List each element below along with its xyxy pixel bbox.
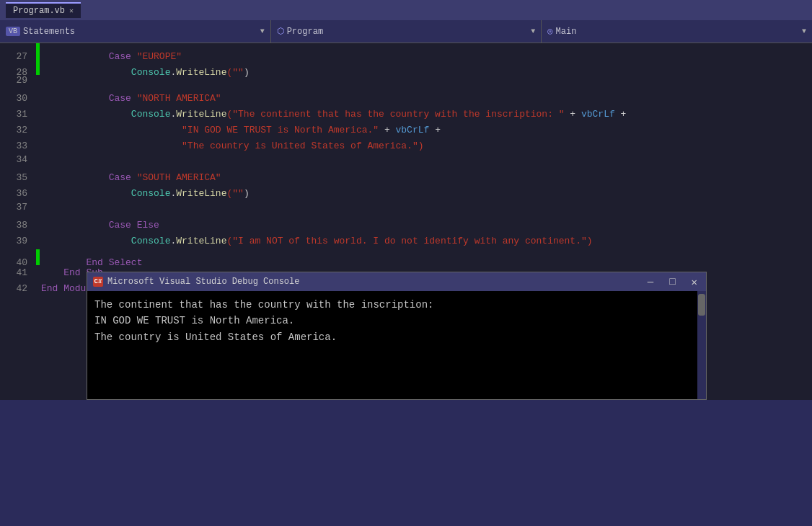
file-tab[interactable]: Program.vb ✕ — [6, 2, 81, 18]
tab-close-icon[interactable]: ✕ — [69, 6, 74, 15]
code-content: Console.WriteLine("The continent that ha… — [41, 107, 626, 122]
console-minimize-btn[interactable]: — — [645, 276, 656, 287]
console-scrollbar[interactable] — [697, 291, 706, 399]
green-indicator — [36, 59, 40, 75]
line-number: 33 — [0, 141, 36, 151]
line-number: 42 — [0, 283, 36, 294]
code-editor[interactable]: 27 Case "EUROPE"28 Console.WriteLine("")… — [0, 43, 812, 400]
console-restore-btn[interactable]: □ — [666, 276, 678, 287]
code-line: 29 — [0, 75, 812, 91]
console-app-icon: C# — [93, 277, 103, 287]
code-lines: 27 Case "EUROPE"28 Console.WriteLine("")… — [0, 43, 812, 297]
console-line2: IN GOD WE TRUST is North America. — [94, 313, 433, 329]
program-icon: ⬡ — [277, 26, 284, 37]
main-icon: ◎ — [547, 26, 552, 37]
console-close-btn[interactable]: ✕ — [689, 276, 700, 288]
main-label: Main — [556, 27, 796, 37]
code-line: 33 "The country is United States of Amer… — [0, 138, 812, 154]
console-scroll-thumb[interactable] — [698, 294, 705, 316]
code-content: Console.WriteLine("") — [41, 186, 250, 202]
line-number: 39 — [0, 236, 36, 246]
statements-label: Statements — [23, 27, 255, 37]
code-line: 35 Case "SOUTH AMERICA" — [0, 170, 812, 186]
code-line: 34 — [0, 154, 812, 170]
code-content: "The country is United States of America… — [41, 138, 424, 154]
line-number: 35 — [0, 172, 36, 183]
code-content: Console.WriteLine("I am NOT of this worl… — [41, 233, 593, 249]
line-number: 41 — [0, 267, 36, 278]
console-line1: The continent that has the country with … — [94, 297, 433, 313]
green-indicator — [36, 249, 40, 265]
code-line: 27 Case "EUROPE" — [0, 43, 812, 59]
line-number: 37 — [0, 202, 36, 213]
green-indicator — [36, 43, 40, 59]
code-line: 31 Console.WriteLine("The continent that… — [0, 107, 812, 122]
code-content: Case "NORTH AMERICA" — [41, 91, 221, 107]
program-dropdown-icon[interactable]: ▼ — [531, 27, 535, 35]
title-bar: Program.vb ✕ — [0, 0, 812, 20]
tab-label: Program.vb — [13, 6, 65, 16]
console-output: The continent that has the country with … — [87, 291, 441, 399]
main-section[interactable]: ◎ Main ▼ — [542, 20, 812, 43]
console-line3: The country is United States of America. — [94, 329, 433, 345]
line-number: 34 — [0, 154, 36, 165]
line-number: 36 — [0, 188, 36, 199]
toolbar: VB Statements ▼ ⬡ Program ▼ ◎ Main ▼ — [0, 20, 812, 43]
statements-dropdown-icon[interactable]: ▼ — [260, 27, 265, 35]
statements-section[interactable]: VB Statements ▼ — [0, 20, 271, 43]
program-label: Program — [287, 27, 526, 37]
console-title-bar: C# Microsoft Visual Studio Debug Console… — [87, 272, 706, 291]
program-section[interactable]: ⬡ Program ▼ — [271, 20, 542, 43]
code-line: 39 Console.WriteLine("I am NOT of this w… — [0, 233, 812, 249]
line-number: 29 — [0, 75, 36, 86]
code-line: 40 End Select — [0, 249, 812, 265]
code-line: 28 Console.WriteLine("") — [0, 59, 812, 75]
code-line: 37 — [0, 202, 812, 218]
code-line: 32 "IN GOD WE TRUST is North America." +… — [0, 122, 812, 138]
line-number: 38 — [0, 220, 36, 231]
line-number: 32 — [0, 125, 36, 135]
line-number: 31 — [0, 109, 36, 120]
code-line: 36 Console.WriteLine("") — [0, 186, 812, 202]
code-content: Case "SOUTH AMERICA" — [41, 170, 221, 186]
console-title-text: Microsoft Visual Studio Debug Console — [107, 277, 635, 287]
code-line: 30 Case "NORTH AMERICA" — [0, 91, 812, 107]
main-dropdown-icon[interactable]: ▼ — [802, 27, 806, 35]
code-line: 38 Case Else — [0, 218, 812, 233]
vb-badge: VB — [6, 27, 20, 36]
code-content: "IN GOD WE TRUST is North America." + vb… — [41, 122, 441, 138]
debug-console: C# Microsoft Visual Studio Debug Console… — [87, 272, 707, 400]
code-content: Case Else — [41, 218, 159, 233]
line-number: 30 — [0, 93, 36, 104]
